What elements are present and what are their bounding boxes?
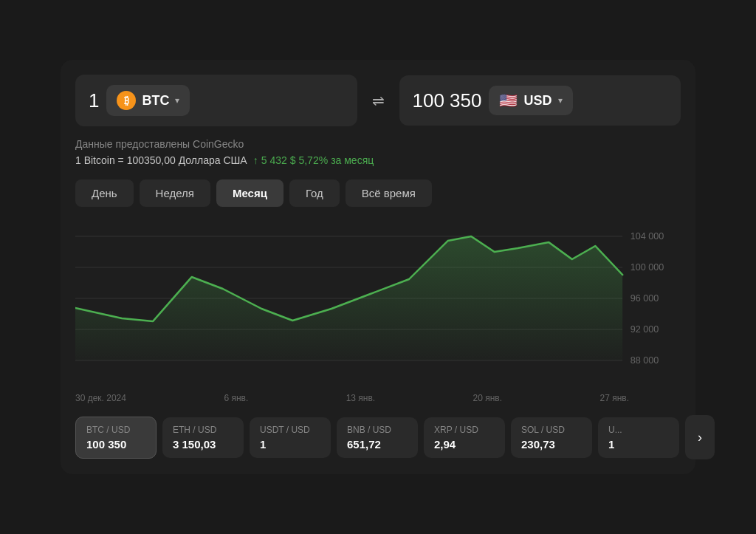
rate-change: ↑ 5 432 $ 5,72% за месяц [253,154,374,166]
svg-text:96 000: 96 000 [630,293,659,304]
from-currency-label: BTC [142,93,169,109]
pair-sol-name: SOL / USD [521,425,582,435]
to-chevron-icon: ▾ [558,95,563,106]
price-chart: 104 000 100 000 96 000 92 000 88 000 [75,222,681,384]
x-label-3: 20 янв. [473,393,503,403]
pair-u-value: 1 [608,438,669,451]
change-amount: 5 432 $ [261,154,296,166]
swap-icon[interactable]: ⇌ [366,86,391,115]
pair-eth-usd[interactable]: ETH / USD 3 150,03 [162,417,244,458]
pair-usdt-value: 1 [260,438,320,451]
period-day[interactable]: День [75,179,134,207]
pair-u-name: U... [608,425,669,435]
pair-usdt-usd[interactable]: USDT / USD 1 [250,417,331,458]
svg-text:92 000: 92 000 [630,324,659,335]
to-currency-selector[interactable]: 🇺🇸 USD ▾ [489,86,572,115]
to-value: 100 350 [413,89,482,112]
pair-btc-value: 100 350 [86,438,145,451]
pair-btc-usd[interactable]: BTC / USD 100 350 [75,417,157,459]
converter-row: 1 ₿ BTC ▾ ⇌ 100 350 🇺🇸 USD ▾ [75,75,681,126]
pair-sol-value: 230,73 [521,438,582,451]
period-week[interactable]: Неделя [140,179,210,207]
chart-container: 104 000 100 000 96 000 92 000 88 000 [75,222,681,384]
pair-eth-value: 3 150,03 [173,438,233,451]
svg-text:104 000: 104 000 [630,231,664,242]
period-year[interactable]: Год [289,179,340,207]
pair-xrp-name: XRP / USD [434,425,495,435]
pair-xrp-value: 2,94 [434,438,495,451]
provider-info: Данные предоставлены CoinGecko [75,138,681,150]
arrow-up-icon: ↑ [253,154,258,166]
from-box: 1 ₿ BTC ▾ [75,75,357,126]
rate-text: 1 Bitcoin = 100350,00 Доллара США [75,154,247,166]
pair-bnb-name: BNB / USD [347,425,408,435]
usd-flag-icon: 🇺🇸 [499,92,518,109]
pair-eth-name: ETH / USD [173,425,233,435]
pair-xrp-usd[interactable]: XRP / USD 2,94 [424,417,505,458]
pair-usdt-name: USDT / USD [260,425,320,435]
from-chevron-icon: ▾ [175,95,179,106]
change-period: за месяц [331,154,374,166]
pairs-next-button[interactable]: › [685,415,715,459]
to-currency-label: USD [523,93,551,109]
period-month[interactable]: Месяц [216,179,284,207]
pair-bnb-value: 651,72 [347,438,408,451]
svg-text:88 000: 88 000 [630,355,659,366]
pair-sol-usd[interactable]: SOL / USD 230,73 [511,417,592,458]
btc-icon: ₿ [117,91,136,110]
pair-bnb-usd[interactable]: BNB / USD 651,72 [337,417,418,458]
rate-row: 1 Bitcoin = 100350,00 Доллара США ↑ 5 43… [75,154,681,166]
period-row: День Неделя Месяц Год Всё время [75,179,681,207]
x-label-1: 6 янв. [224,393,248,403]
pair-u-usd[interactable]: U... 1 [598,417,679,458]
change-percent: 5,72% [298,154,328,166]
crypto-widget: 1 ₿ BTC ▾ ⇌ 100 350 🇺🇸 USD ▾ Данные пред… [61,60,695,474]
to-box: 100 350 🇺🇸 USD ▾ [399,75,681,126]
pairs-row: BTC / USD 100 350 ETH / USD 3 150,03 USD… [75,415,681,459]
from-value: 1 [89,89,99,112]
svg-text:100 000: 100 000 [630,262,664,273]
x-label-2: 13 янв. [346,393,376,403]
period-all[interactable]: Всё время [346,179,432,207]
x-axis-labels: 30 дек. 2024 6 янв. 13 янв. 20 янв. 27 я… [75,390,681,403]
pair-btc-name: BTC / USD [86,425,145,435]
x-label-4: 27 янв. [599,393,629,403]
from-currency-selector[interactable]: ₿ BTC ▾ [106,85,190,116]
x-label-0: 30 дек. 2024 [75,393,126,403]
